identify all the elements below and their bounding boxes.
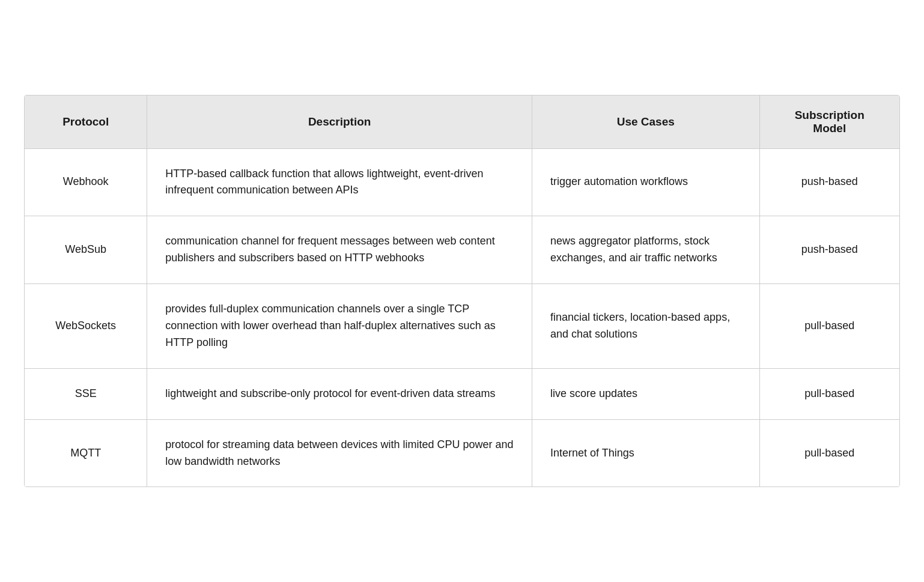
table-row: MQTTprotocol for streaming data between …	[25, 419, 899, 487]
table-row: WebSocketsprovides full-duplex communica…	[25, 284, 899, 369]
cell-use-cases: news aggregator platforms, stock exchang…	[532, 216, 759, 284]
cell-use-cases: live score updates	[532, 368, 759, 419]
cell-use-cases: Internet of Things	[532, 419, 759, 487]
table-body: WebhookHTTP-based callback function that…	[25, 148, 899, 487]
protocols-table: Protocol Description Use Cases Subscript…	[25, 95, 899, 487]
cell-description: HTTP-based callback function that allows…	[147, 148, 532, 216]
table-header-row: Protocol Description Use Cases Subscript…	[25, 95, 899, 149]
cell-protocol: Webhook	[25, 148, 147, 216]
cell-subscription: pull-based	[759, 284, 899, 369]
cell-protocol: SSE	[25, 368, 147, 419]
cell-protocol: WebSockets	[25, 284, 147, 369]
header-description: Description	[147, 95, 532, 149]
table-row: SSElightweight and subscribe-only protoc…	[25, 368, 899, 419]
cell-use-cases: trigger automation workflows	[532, 148, 759, 216]
header-use-cases: Use Cases	[532, 95, 759, 149]
table-row: WebSubcommunication channel for frequent…	[25, 216, 899, 284]
cell-protocol: MQTT	[25, 419, 147, 487]
table-row: WebhookHTTP-based callback function that…	[25, 148, 899, 216]
cell-description: communication channel for frequent messa…	[147, 216, 532, 284]
cell-description: provides full-duplex communication chann…	[147, 284, 532, 369]
cell-description: protocol for streaming data between devi…	[147, 419, 532, 487]
header-subscription: SubscriptionModel	[759, 95, 899, 149]
main-table-wrapper: Protocol Description Use Cases Subscript…	[24, 95, 900, 488]
cell-subscription: push-based	[759, 148, 899, 216]
cell-use-cases: financial tickers, location-based apps, …	[532, 284, 759, 369]
cell-description: lightweight and subscribe-only protocol …	[147, 368, 532, 419]
cell-subscription: push-based	[759, 216, 899, 284]
cell-protocol: WebSub	[25, 216, 147, 284]
header-protocol: Protocol	[25, 95, 147, 149]
cell-subscription: pull-based	[759, 368, 899, 419]
cell-subscription: pull-based	[759, 419, 899, 487]
